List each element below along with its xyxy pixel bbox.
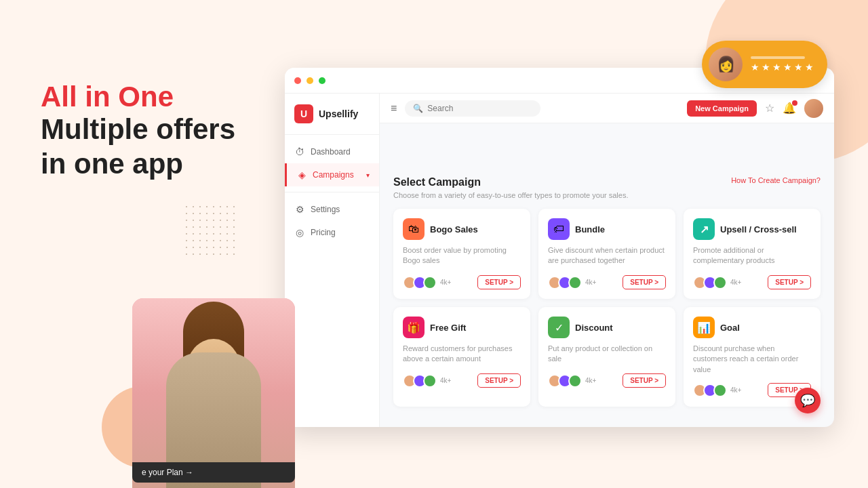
discount-title: Discount: [575, 323, 613, 333]
discount-setup-button[interactable]: SETUP >: [623, 373, 666, 388]
mini-avatar-3: [713, 276, 727, 289]
discount-avatars: 4k+: [548, 374, 596, 388]
person-image: [132, 298, 295, 488]
search-icon: 🔍: [413, 104, 423, 113]
upgrade-bar[interactable]: e your Plan →: [132, 462, 295, 483]
chrome-dot-yellow: [307, 77, 313, 84]
goal-footer: 4k+ SETUP >: [693, 383, 811, 397]
bogo-setup-button[interactable]: SETUP >: [477, 275, 521, 289]
search-input[interactable]: [427, 104, 509, 113]
freegift-icon: 🎁: [403, 317, 425, 338]
card-header-bundle: 🏷 Bundle: [548, 218, 666, 240]
main-area: Select Campaign Choose from a variety of…: [380, 136, 834, 427]
star-4: ★: [783, 62, 792, 73]
how-to-link[interactable]: How To Create Campaign?: [731, 176, 821, 184]
chat-icon: 💬: [800, 393, 815, 408]
chevron-down-icon: ▾: [366, 171, 370, 179]
chat-button[interactable]: 💬: [795, 388, 821, 413]
bogo-title: Bogo Sales: [430, 224, 478, 235]
app-body: U Upsellify ⏱ Dashboard ◈ Campaigns ▾ ⚙ …: [285, 94, 834, 427]
discount-footer: 4k+ SETUP >: [548, 373, 666, 388]
app-window: U Upsellify ⏱ Dashboard ◈ Campaigns ▾ ⚙ …: [285, 68, 834, 427]
bundle-setup-button[interactable]: SETUP >: [623, 275, 666, 289]
upsell-avatar-count: 4k+: [730, 279, 741, 286]
upgrade-label: e your Plan →: [142, 468, 193, 477]
sidebar-item-campaigns-label: Campaigns: [313, 170, 354, 180]
pricing-icon: ◎: [294, 227, 305, 238]
freegift-avatar-count: 4k+: [440, 377, 451, 384]
user-avatar[interactable]: [804, 99, 823, 118]
card-header-goal: 📊 Goal: [693, 317, 811, 338]
bundle-avatars: 4k+: [548, 276, 596, 289]
sidebar-item-dashboard-label: Dashboard: [311, 147, 351, 157]
sidebar-item-settings-label: Settings: [311, 205, 340, 214]
person-silhouette: [132, 298, 295, 488]
sidebar-item-settings[interactable]: ⚙ Settings: [285, 198, 379, 221]
goal-title: Goal: [720, 323, 740, 333]
card-header-discount: ✓ Discount: [548, 317, 666, 338]
mini-avatar-3: [423, 374, 437, 388]
card-header-freegift: 🎁 Free Gift: [403, 317, 521, 338]
star-icon[interactable]: ☆: [765, 102, 774, 115]
logo-text: Upsellify: [319, 108, 358, 119]
new-campaign-button[interactable]: New Campaign: [687, 100, 757, 117]
freegift-title: Free Gift: [430, 323, 466, 333]
upsell-setup-button[interactable]: SETUP >: [768, 275, 811, 289]
hero-headline-red: All in One: [41, 81, 235, 113]
card-header-upsell: ↗ Upsell / Cross-sell: [693, 218, 811, 240]
sidebar-item-dashboard[interactable]: ⏱ Dashboard: [285, 140, 379, 163]
freegift-avatars: 4k+: [403, 374, 451, 388]
goal-desc: Discount purchase when customers reach a…: [693, 344, 811, 375]
upsell-footer: 4k+ SETUP >: [693, 275, 811, 289]
chrome-dot-red: [294, 77, 301, 84]
bogo-avatar-count: 4k+: [440, 279, 451, 286]
star-6: ★: [805, 62, 814, 73]
sidebar-item-campaigns[interactable]: ◈ Campaigns ▾: [285, 163, 379, 186]
header-right: New Campaign ☆ 🔔: [687, 99, 823, 118]
bundle-icon: 🏷: [548, 218, 570, 240]
campaigns-icon: ◈: [296, 169, 307, 180]
campaign-card-upsell: ↗ Upsell / Cross-sell Promote additional…: [684, 209, 821, 299]
notification-icon[interactable]: 🔔: [783, 102, 796, 115]
section-header: Select Campaign Choose from a variety of…: [393, 176, 821, 199]
sidebar: U Upsellify ⏱ Dashboard ◈ Campaigns ▾ ⚙ …: [285, 94, 380, 427]
campaign-card-freegift: 🎁 Free Gift Reward customers for purchas…: [393, 307, 530, 407]
bogo-icon: 🛍: [403, 218, 425, 240]
bundle-footer: 4k+ SETUP >: [548, 275, 666, 289]
mini-avatar-3: [568, 374, 582, 388]
mini-avatar-3: [568, 276, 582, 289]
freegift-setup-button[interactable]: SETUP >: [477, 373, 521, 388]
logo-icon: U: [294, 104, 313, 123]
sidebar-divider: [285, 192, 379, 192]
star-1: ★: [751, 62, 760, 73]
goal-avatars: 4k+: [693, 384, 741, 397]
discount-desc: Put any product or collection on sale: [548, 344, 666, 365]
section-subtitle: Choose from a variety of easy-to-use off…: [393, 191, 628, 199]
campaign-grid: 🛍 Bogo Sales Boost order value by promot…: [393, 209, 821, 407]
hero-section: All in One Multiple offersin one app: [41, 81, 235, 181]
discount-avatar-count: 4k+: [585, 377, 596, 384]
rating-card: 👩 ★ ★ ★ ★ ★ ★: [702, 41, 827, 88]
dashboard-icon: ⏱: [294, 146, 305, 157]
hero-headline-black: Multiple offersin one app: [41, 113, 235, 181]
upsell-icon: ↗: [693, 218, 715, 240]
campaign-card-bogo: 🛍 Bogo Sales Boost order value by promot…: [393, 209, 530, 299]
avatar-image: 👩: [709, 47, 743, 81]
star-3: ★: [772, 62, 781, 73]
notification-dot: [792, 100, 797, 106]
freegift-footer: 4k+ SETUP >: [403, 373, 521, 388]
goal-icon: 📊: [693, 317, 715, 338]
rating-bar: [751, 56, 805, 59]
menu-icon[interactable]: ≡: [391, 102, 397, 115]
sidebar-item-pricing[interactable]: ◎ Pricing: [285, 221, 379, 244]
bogo-desc: Boost order value by promoting Bogo sale…: [403, 245, 521, 267]
search-bar[interactable]: 🔍: [405, 100, 540, 117]
freegift-desc: Reward customers for purchases above a c…: [403, 344, 521, 365]
bundle-desc: Give discount when certain product are p…: [548, 245, 666, 267]
bogo-avatars: 4k+: [403, 276, 451, 289]
star-2: ★: [762, 62, 770, 73]
section-title: Select Campaign: [393, 176, 628, 188]
chrome-dot-green: [319, 77, 326, 84]
discount-icon: ✓: [548, 317, 570, 338]
mini-avatar-3: [713, 384, 727, 397]
